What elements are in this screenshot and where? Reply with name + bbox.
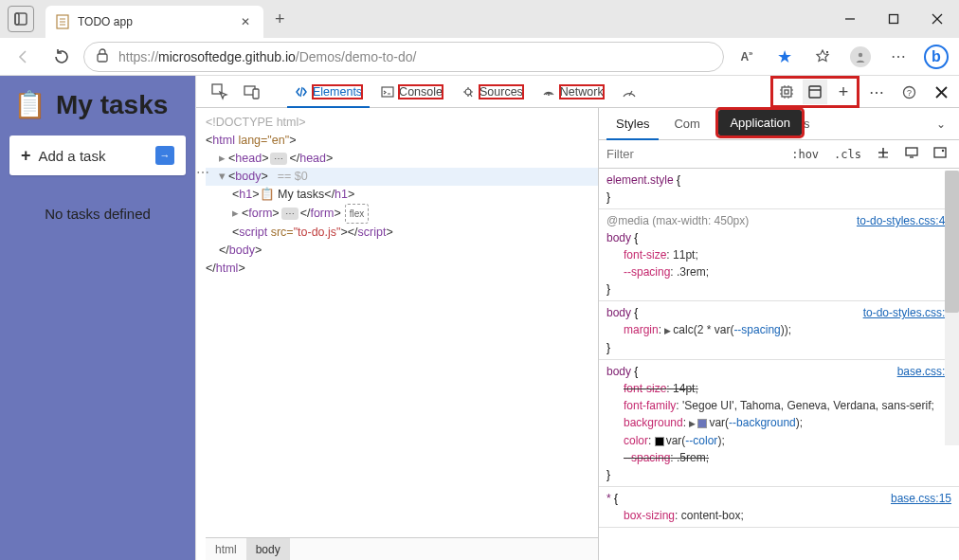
url-host: microsoftedge.github.io <box>158 49 296 64</box>
toggle-rendering-button[interactable] <box>929 145 951 163</box>
styles-tab-styles[interactable]: Styles <box>606 108 659 140</box>
svg-rect-31 <box>809 86 821 98</box>
svg-text:?: ? <box>906 88 911 98</box>
css-source-link[interactable]: to-do-styles.css:40 <box>857 212 951 229</box>
submit-task-button[interactable]: → <box>155 146 174 165</box>
svg-point-43 <box>942 150 944 152</box>
tab-application-icon[interactable] <box>803 80 827 104</box>
new-tab-button[interactable]: + <box>271 6 289 33</box>
svg-point-19 <box>548 94 550 96</box>
collections-button[interactable] <box>807 42 838 72</box>
computed-styles-button[interactable] <box>900 145 923 163</box>
tab-network[interactable]: Network <box>534 76 611 108</box>
plus-icon: + <box>21 146 31 166</box>
tab-elements-label: Elements <box>313 85 362 99</box>
devtools-close-button[interactable] <box>929 80 953 104</box>
dom-gutter-icon: ⋯ <box>196 165 210 180</box>
app-content: 📋 My tasks + Add a task → No tasks defin… <box>0 76 195 560</box>
maximize-button[interactable] <box>872 0 915 38</box>
favicon-icon <box>55 14 70 29</box>
tab-title: TODO app <box>78 15 237 28</box>
bing-button[interactable]: b <box>921 42 951 72</box>
breadcrumb-body[interactable]: body <box>246 538 290 560</box>
svg-rect-1 <box>15 13 19 25</box>
dom-breadcrumb[interactable]: html body <box>206 537 598 560</box>
url-path: /Demos/demo-to-do/ <box>296 49 417 64</box>
profile-button[interactable] <box>845 42 876 72</box>
window-titlebar: TODO app ✕ + <box>0 0 959 38</box>
svg-rect-0 <box>15 13 27 25</box>
page-title: My tasks <box>56 90 168 120</box>
close-tab-button[interactable]: ✕ <box>237 15 254 28</box>
tab-overview-button[interactable] <box>8 6 34 32</box>
refresh-button[interactable] <box>45 42 76 72</box>
tab-sources[interactable]: Sources <box>454 76 531 108</box>
minimize-button[interactable] <box>828 0 872 38</box>
dom-doctype: <!DOCTYPE html> <box>206 116 306 129</box>
css-rule-body-base[interactable]: base.css:1 body { font-size: 14pt; font-… <box>599 360 959 487</box>
tab-console-label: Console <box>399 85 443 99</box>
svg-point-11 <box>859 52 862 56</box>
device-toggle-button[interactable] <box>238 79 266 105</box>
browser-tab[interactable]: TODO app ✕ <box>45 6 263 38</box>
clipboard-icon: 📋 <box>13 89 46 120</box>
devtools-more-button[interactable]: ⋯ <box>864 80 889 104</box>
css-rule-media-body[interactable]: to-do-styles.css:40 @media (max-width: 4… <box>599 209 959 301</box>
tab-sources-label: Sources <box>480 85 523 99</box>
svg-rect-22 <box>785 90 788 94</box>
devtools-panel: Elements Console Sources Network <box>195 76 959 560</box>
css-source-link[interactable]: base.css:1 <box>897 363 951 380</box>
tab-console[interactable]: Console <box>373 76 450 108</box>
url-field[interactable]: https://microsoftedge.github.io/Demos/de… <box>83 42 724 72</box>
styles-filter-input[interactable] <box>606 147 781 161</box>
css-source-link[interactable]: to-do-styles.css:1 <box>863 304 951 321</box>
tab-elements[interactable]: Elements <box>287 76 370 108</box>
styles-overflow-button[interactable]: ⌄ <box>931 117 951 131</box>
tab-network-label: Network <box>560 85 604 99</box>
add-task-label: Add a task <box>39 148 155 164</box>
back-button[interactable] <box>8 42 38 72</box>
styles-panel: Styles Com Event Listeners ⌄ :hov .cls e… <box>599 108 959 560</box>
application-tooltip: Application <box>718 110 802 135</box>
css-rule-element-style[interactable]: element.style {} <box>599 169 959 209</box>
tab-performance[interactable] <box>615 79 643 105</box>
svg-line-15 <box>300 87 302 97</box>
hov-toggle[interactable]: :hov <box>787 146 823 163</box>
svg-line-18 <box>470 94 472 97</box>
lock-icon <box>96 47 109 65</box>
svg-rect-10 <box>98 54 107 62</box>
address-bar: https://microsoftedge.github.io/Demos/de… <box>0 38 959 76</box>
empty-state-text: No tasks defined <box>0 206 195 222</box>
close-window-button[interactable] <box>915 0 959 38</box>
svg-rect-16 <box>382 87 393 97</box>
more-tabs-button[interactable]: + <box>831 80 856 104</box>
svg-rect-7 <box>890 15 898 24</box>
svg-rect-42 <box>934 148 946 157</box>
more-button[interactable]: ⋯ <box>883 42 914 72</box>
reader-mode-button[interactable]: A» <box>732 42 762 72</box>
css-source-link[interactable]: base.css:15 <box>891 490 951 507</box>
dom-tree[interactable]: ⋯ <!DOCTYPE html> <html lang="en"> ▸<hea… <box>196 108 599 560</box>
breadcrumb-html[interactable]: html <box>206 538 246 560</box>
new-style-rule-button[interactable] <box>872 144 895 164</box>
svg-rect-40 <box>906 148 917 155</box>
svg-rect-21 <box>782 87 791 97</box>
tab-memory-icon[interactable] <box>774 80 799 104</box>
favorite-button[interactable]: ★ <box>769 42 800 72</box>
cls-toggle[interactable]: .cls <box>829 146 866 163</box>
clipboard-emoji-icon: 📋 <box>260 188 275 201</box>
styles-scrollbar[interactable] <box>945 171 959 445</box>
inspect-element-button[interactable] <box>206 79 234 105</box>
svg-rect-14 <box>253 89 259 99</box>
url-scheme: https:// <box>118 49 158 64</box>
css-rule-star[interactable]: base.css:15 * { box-sizing: content-box; <box>599 487 959 528</box>
devtools-help-button[interactable]: ? <box>896 80 921 104</box>
devtools-tabs: Elements Console Sources Network <box>196 76 959 108</box>
styles-tab-computed[interactable]: Com <box>664 108 709 140</box>
css-rule-body-margin[interactable]: to-do-styles.css:1 body { margin: ▶calc(… <box>599 301 959 360</box>
add-task-input[interactable]: + Add a task → <box>9 135 186 175</box>
